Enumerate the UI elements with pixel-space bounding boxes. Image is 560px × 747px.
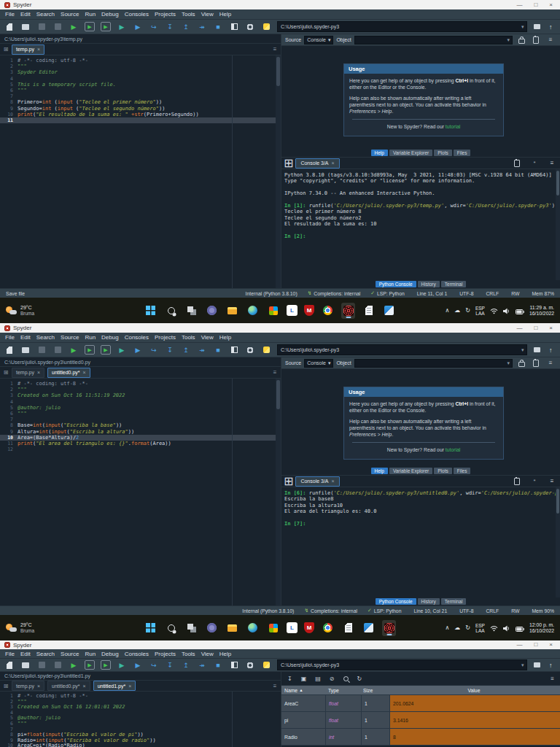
save-data-icon[interactable]: ▣ <box>301 676 307 682</box>
search-icon[interactable] <box>343 676 349 681</box>
code-line[interactable]: 7 <box>0 417 281 422</box>
maximize-pane-button[interactable] <box>229 22 239 32</box>
menu-item[interactable]: Run <box>82 651 98 657</box>
menu-item[interactable]: File <box>3 651 17 657</box>
menu-item[interactable]: Projects <box>152 334 178 341</box>
editor-tab[interactable]: untitled0.py* × <box>47 368 90 378</box>
code-line[interactable]: 6 """ <box>0 88 281 93</box>
spyder-button[interactable] <box>341 303 355 319</box>
taskview-button[interactable] <box>184 303 198 319</box>
code-line[interactable]: 9 Altura=int(input("Escriba la altura")) <box>0 429 281 435</box>
minimize-button[interactable]: — <box>516 325 522 332</box>
step-over-button[interactable]: ↪ <box>149 345 159 355</box>
parent-directory-button[interactable]: ↑ <box>546 660 556 670</box>
lock-icon[interactable] <box>516 360 527 367</box>
explorer-button[interactable] <box>225 303 239 319</box>
editor-scrollbar[interactable] <box>276 379 281 605</box>
editor-tab[interactable]: temp.py × <box>12 44 44 55</box>
menu-item[interactable]: Edit <box>18 651 33 657</box>
chat-button[interactable] <box>205 303 219 319</box>
close-tab-icon[interactable]: × <box>37 47 40 52</box>
save-button[interactable] <box>36 345 47 355</box>
console-bottom-tab[interactable]: History <box>418 598 440 605</box>
battery-icon[interactable] <box>516 622 524 635</box>
save-button[interactable] <box>36 22 47 32</box>
close-tab-icon[interactable]: × <box>332 160 335 166</box>
browse-tabs-icon[interactable]: ⊞ <box>284 474 293 488</box>
chrome-button[interactable] <box>321 303 335 319</box>
editor-tab[interactable]: untitled0.py* × <box>47 681 90 691</box>
run-cell-button[interactable]: ▶ <box>85 22 95 31</box>
explorer-button[interactable] <box>225 620 239 636</box>
save-button[interactable] <box>36 660 47 670</box>
search-button[interactable] <box>164 620 178 636</box>
weather-widget[interactable]: 29°C Bruma <box>6 622 115 633</box>
weather-widget[interactable]: 29°C Bruma <box>6 305 115 316</box>
copy-icon[interactable] <box>511 478 523 485</box>
browse-tabs-icon[interactable]: ⊞ <box>1 46 10 53</box>
open-file-button[interactable] <box>20 22 31 32</box>
parent-directory-button[interactable]: ↑ <box>546 22 556 31</box>
save-data-as-icon[interactable]: ▤ <box>315 676 321 682</box>
options-menu-icon[interactable]: ≡ <box>545 36 556 43</box>
tray-overflow-icon[interactable]: ∧ <box>445 307 449 314</box>
continue-button[interactable]: ↠ <box>197 22 207 32</box>
debug-button[interactable]: ▶ <box>133 660 143 670</box>
save-all-button[interactable] <box>52 660 63 670</box>
code-line[interactable]: 8 Primero=int (input ("Teclee el primer … <box>0 99 281 105</box>
pythonpath-button[interactable] <box>261 345 271 355</box>
keyboard-layout[interactable]: ESPLAA <box>475 623 485 633</box>
new-file-button[interactable] <box>4 660 15 670</box>
menu-item[interactable]: Search <box>34 651 57 657</box>
code-line[interactable]: 2 """ <box>0 63 281 69</box>
code-editor[interactable]: 1 # -*- coding: utf-8 -*- 2 """ 3 Spyder… <box>0 55 281 288</box>
options-menu-icon[interactable]: ≡ <box>546 478 558 484</box>
continue-button[interactable]: ↠ <box>197 660 207 670</box>
copy-icon[interactable] <box>511 160 523 167</box>
run-button[interactable]: ▶ <box>69 660 79 670</box>
speaker-icon[interactable] <box>503 304 510 317</box>
close-tab-icon[interactable]: × <box>128 684 131 689</box>
refresh-icon[interactable]: ↻ <box>357 676 362 682</box>
console-bottom-tab[interactable]: Terminal <box>441 281 467 287</box>
column-header-size[interactable]: Size <box>360 688 388 693</box>
plugin-tab[interactable]: Variable Explorer <box>389 468 432 474</box>
close-tab-icon[interactable]: × <box>83 684 86 689</box>
photos-button[interactable] <box>362 620 376 636</box>
run-button[interactable]: ▶ <box>69 345 79 355</box>
code-line[interactable]: 6 """ <box>0 721 281 727</box>
run-selection-button[interactable]: ▶ <box>117 345 127 355</box>
browse-tabs-icon[interactable]: ⊞ <box>1 683 10 689</box>
chrome-button[interactable] <box>321 620 335 636</box>
editor-scrollbar[interactable] <box>276 55 281 288</box>
plugin-tab[interactable]: Files <box>454 468 471 474</box>
working-directory-combo[interactable]: C:\Users\julio\.spyder-py3 ▾ <box>277 344 527 355</box>
store-button[interactable] <box>266 303 280 319</box>
menu-item[interactable]: Consoles <box>122 11 151 18</box>
options-menu-icon[interactable]: ≡ <box>551 676 554 682</box>
options-menu-icon[interactable]: ≡ <box>271 369 279 376</box>
run-cell-advance-button[interactable]: ▶ <box>101 660 111 670</box>
stop-button[interactable]: ■ <box>213 660 223 670</box>
code-line[interactable]: 1 # -*- coding: utf-8 -*- <box>0 381 281 387</box>
run-selection-button[interactable]: ▶ <box>117 22 127 32</box>
step-out-button[interactable]: ↥ <box>181 660 191 670</box>
store-button[interactable] <box>266 620 280 636</box>
menu-item[interactable]: View <box>199 651 216 657</box>
tutorial-link[interactable]: tutorial <box>446 447 460 452</box>
photos-button[interactable] <box>382 303 396 319</box>
console-tab[interactable]: Console 3/A × <box>295 476 339 487</box>
menu-item[interactable]: File <box>3 11 17 18</box>
maximize-pane-button[interactable] <box>229 345 239 355</box>
close-button[interactable]: × <box>549 1 553 9</box>
close-tab-icon[interactable]: × <box>332 479 335 484</box>
mcafee-button[interactable]: M <box>304 305 314 316</box>
stop-button[interactable]: ■ <box>213 345 223 355</box>
run-button[interactable]: ▶ <box>69 22 79 32</box>
browse-directory-button[interactable] <box>532 22 541 31</box>
code-line[interactable]: 4 <box>0 76 281 82</box>
menu-item[interactable]: Edit <box>18 11 33 18</box>
maximize-button[interactable]: □ <box>534 641 537 649</box>
menu-item[interactable]: Run <box>82 334 98 341</box>
run-cell-button[interactable]: ▶ <box>85 345 95 355</box>
